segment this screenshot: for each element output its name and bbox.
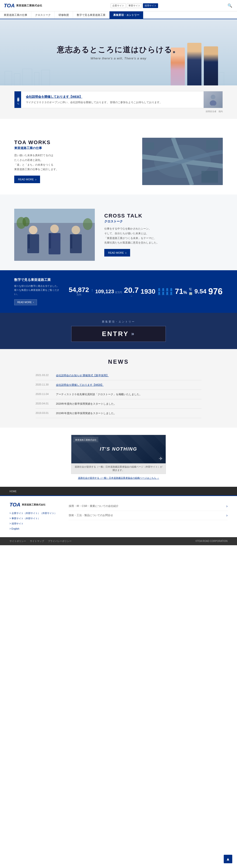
toa-works-read-more-button[interactable]: READ MORE › xyxy=(14,176,40,183)
ext-image-text: IT'S NOTHING xyxy=(100,446,137,452)
stat-item-7: 976 xyxy=(208,286,222,297)
footer-col-1: 採用・IR・CSR・業業についての会社紹介 › xyxy=(69,502,228,511)
person-icon-6: 👤 xyxy=(161,292,165,295)
svg-rect-17 xyxy=(202,171,218,183)
svg-rect-3 xyxy=(34,72,39,86)
footer-breadcrumb: HOME xyxy=(0,487,237,495)
footer-logo-toa: TOA xyxy=(9,502,20,508)
cross-talk-read-more-label: READ MORE xyxy=(108,251,124,254)
news-section: NEWS 2021.03.22 会社説明会のお知らせ 開催形式【新卒採用】 20… xyxy=(0,349,237,428)
person-icon-4: 👤 xyxy=(169,288,173,291)
footer-inner: TOA 東亜道路工業株式会社 > 企業サイト（外部サイト）（外部サイト） > 事… xyxy=(9,502,228,531)
svg-rect-16 xyxy=(206,140,218,150)
stat-construction-icons: 🏗 🏢 xyxy=(189,288,192,295)
stat-number-6: 9.54 xyxy=(194,288,206,295)
person-icon-3: 👤 xyxy=(165,288,169,291)
logo-toa[interactable]: TOA xyxy=(4,3,15,9)
stat-item-1: 54,872 万円 xyxy=(69,286,89,297)
separator-1 xyxy=(0,119,237,128)
svg-point-30 xyxy=(23,217,30,226)
person-icon-7: 👤 xyxy=(165,292,169,295)
announcement-title[interactable]: 会社説明会を開催しております【WEB】 xyxy=(26,95,199,99)
footer-col-1-arrow-icon[interactable]: › xyxy=(226,504,228,508)
toa-works-image xyxy=(142,138,223,185)
search-icon[interactable]: 🔍 xyxy=(227,2,233,9)
stat-number-1: 54,872 xyxy=(69,286,89,293)
construction-icon-2: 🏢 xyxy=(189,292,192,295)
main-nav: 東亜道路工業の仕事 クロストーク 研修制度 数字で見る東亜道路工業 募集要項・エ… xyxy=(0,11,237,19)
toa-works-desc: 思い描いた未来を真剣打てるのは たくさんの若者と諸先。 「道」と「まち」の未来を… xyxy=(14,153,133,172)
footer-links: > 企業サイト（外部サイト）（外部サイト） > 事業サイト（外部サイト） > 採… xyxy=(9,511,62,531)
stat-people-icons: 👤 👤 👤 👤 👤 👤 👤 👤 xyxy=(157,288,173,295)
announcement-card: 採用担当者から 会社説明会を開催しております【WEB】 マイナビ２０２２のオープ… xyxy=(14,91,223,108)
nav-training[interactable]: 研修制度 xyxy=(55,11,73,19)
cross-talk-section: CROSS TALK クロストーク 仕事をする中で心を動かされたシーン。 そして… xyxy=(0,199,237,270)
footer-col-2-arrow-icon[interactable]: › xyxy=(226,513,228,518)
svg-point-26 xyxy=(72,226,80,234)
stats-read-more-button[interactable]: READ MORE › xyxy=(14,299,37,305)
nav-works[interactable]: 東亜道路工業の仕事 xyxy=(0,11,31,19)
external-card-text: 道路社会が提供する（一般）日本道路建設業者協会の組織ページ（外部サイト）が開きま… xyxy=(71,463,166,474)
footer-link-business[interactable]: > 事業サイト（外部サイト） xyxy=(9,516,62,521)
footer-link-corporate[interactable]: > 企業サイト（外部サイト）（外部サイト） xyxy=(9,511,62,516)
news-text-3: アーティスト２０名先輩社員対談「クロストーク」を掲載いたしました。 xyxy=(56,393,142,396)
footer-col-1-title: 採用・IR・CSR・業業についての会社紹介 xyxy=(69,504,119,508)
entry-section: 募集要項・エントリー ENTRY » xyxy=(0,313,237,349)
news-item: 2019.03.01 2019年年度向け新卒採用実績をスタートしました。 xyxy=(35,409,202,418)
copyright-link-sitemap[interactable]: サイトマップ xyxy=(30,539,44,543)
footer-link-recruit[interactable]: > 採用サイト xyxy=(9,521,62,526)
announcement-attribution: 採用担当者 堀内 xyxy=(14,109,223,113)
person-icon-1: 👤 xyxy=(157,288,161,291)
header-logo: TOA 東亜道路工業株式会社 xyxy=(4,3,42,9)
news-text-2[interactable]: 会社説明会を開催しております【WEB】 xyxy=(56,383,104,387)
nav-numbers[interactable]: 数字で見る東亜道路工業 xyxy=(73,11,109,19)
news-item: 2020.04.01 2020年年度向け新卒採用実績をスタートしました。 xyxy=(35,399,202,409)
news-date-1: 2021.03.22 xyxy=(35,374,52,376)
news-date-5: 2019.03.01 xyxy=(35,411,52,414)
external-section: 東亜道路工業株式会社 IT'S NOTHING ✈ 道路社会が提供する（一般）日… xyxy=(0,428,237,487)
copyright-link-privacy[interactable]: プライバシーポリシー xyxy=(48,539,72,543)
entry-text: ENTRY xyxy=(102,330,129,338)
external-link[interactable]: 道路社会が提供する（一般）日本道路建設業者協会の組織ページはこちら → xyxy=(14,476,223,480)
nav-business-site[interactable]: 事業サイト xyxy=(127,3,142,8)
entry-button[interactable]: ENTRY » xyxy=(71,326,166,342)
news-text-1[interactable]: 会社説明会のお知らせ 開催形式【新卒採用】 xyxy=(56,374,109,377)
external-card[interactable]: 東亜道路工業株式会社 IT'S NOTHING ✈ 道路社会が提供する（一般）日… xyxy=(71,435,166,474)
stat-item-5: 71 % xyxy=(175,287,187,296)
svg-point-11 xyxy=(210,100,216,105)
nav-corporate-site[interactable]: 企業サイト xyxy=(111,3,126,8)
toa-works-inner: TOA WORKS 東亜道路工業の仕事 思い描いた未来を真剣打てるのは たくさん… xyxy=(14,138,223,185)
nav-entry[interactable]: 募集要項・エントリー xyxy=(109,11,143,19)
stat-number-4: 1930 xyxy=(140,288,155,295)
svg-rect-0 xyxy=(5,71,12,86)
cross-talk-desc: 仕事をする中で心を動かされたシーン。 そして、自分たちが描いた未来とは。 「東亜… xyxy=(104,226,223,245)
breadcrumb-home[interactable]: HOME xyxy=(9,490,17,493)
toa-works-subtitle: 東亜道路工業の仕事 xyxy=(14,146,133,150)
hero-content: 意志あるところに道はひらける。 Where there's a will, Th… xyxy=(57,45,180,60)
announcement-name: 採用担当者 堀内 xyxy=(206,110,223,113)
stat-number-7: 976 xyxy=(208,286,222,297)
footer-col-2-title: 技術・工法・製品についてのお問合せ xyxy=(69,514,113,517)
cross-talk-illustration xyxy=(14,209,95,261)
hero-person-2 xyxy=(187,43,202,86)
toa-works-text: TOA WORKS 東亜道路工業の仕事 思い描いた未来を真剣打てるのは たくさん… xyxy=(14,140,133,183)
svg-rect-9 xyxy=(219,72,224,86)
footer-left: TOA 東亜道路工業株式会社 > 企業サイト（外部サイト）（外部サイト） > 事… xyxy=(9,502,62,531)
svg-point-10 xyxy=(211,95,215,99)
footer-link-english[interactable]: > English xyxy=(9,526,62,531)
nav-recruit-site[interactable]: 採用サイト xyxy=(143,3,158,8)
stat-number-5: 71 xyxy=(175,287,183,296)
cross-talk-read-more-button[interactable]: READ MORE › xyxy=(104,249,130,256)
announcement-photo-inner xyxy=(204,91,222,108)
read-more-label: READ MORE xyxy=(18,178,34,181)
stat-item-3: 20.7 → xyxy=(124,286,139,297)
stat-item-6: 9.54 xyxy=(194,288,206,295)
stat-arrow-up-icon: ↑ xyxy=(91,287,94,293)
svg-point-31 xyxy=(83,218,93,230)
copyright-link-policy[interactable]: サイトポリシー xyxy=(9,539,26,543)
nav-crosstalk[interactable]: クロストーク xyxy=(31,11,55,19)
logo-company-name[interactable]: 東亜道路工業株式会社 xyxy=(16,4,42,7)
hero-sub-text: Where there's a will, There's a way xyxy=(57,57,180,60)
news-list: 2021.03.22 会社説明会のお知らせ 開催形式【新卒採用】 2020.11… xyxy=(35,371,202,418)
footer: TOA 東亜道路工業株式会社 > 企業サイト（外部サイト）（外部サイト） > 事… xyxy=(0,495,237,537)
